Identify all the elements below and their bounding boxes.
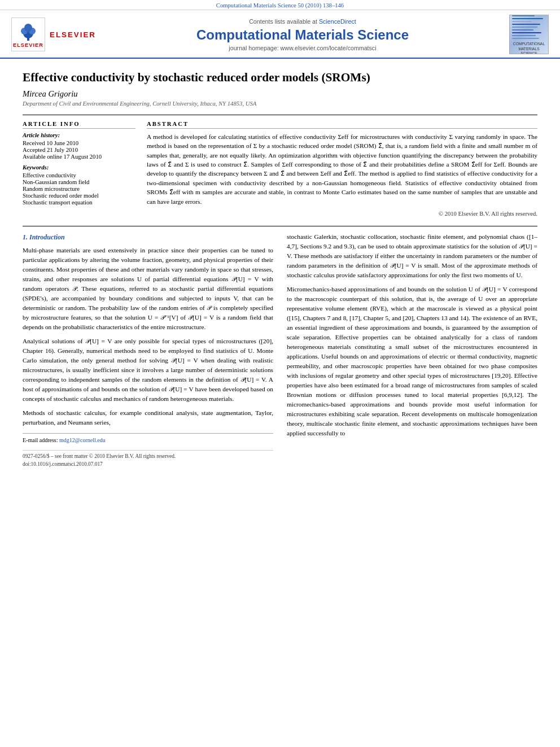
svg-point-4 [24, 24, 32, 32]
received-date: Received 10 June 2010 [23, 140, 135, 146]
article-affiliation: Department of Civil and Environmental En… [23, 101, 537, 107]
article-title: Effective conductivity by stochastic red… [23, 70, 537, 86]
keyword-5: Stochastic transport equation [23, 199, 135, 206]
abstract-column: ABSTRACT A method is developed for calcu… [147, 121, 537, 217]
keyword-1: Effective conductivity [23, 172, 135, 178]
journal-citation-bar: Computational Materials Science 50 (2010… [0, 0, 560, 10]
keywords-heading: Keywords: [23, 164, 135, 171]
doi-line: doi:10.1016/j.commatsci.2010.07.017 [23, 461, 273, 469]
article-info-heading: ARTICLE INFO [23, 121, 135, 129]
email-link[interactable]: mdg12@cornell.edu [59, 437, 106, 443]
elsevier-logo-box: ELSEVIER [11, 18, 45, 51]
intro-section-heading: 1. Introduction [23, 232, 273, 242]
keyword-2: Non-Gaussian random field [23, 179, 135, 185]
body-left-column: 1. Introduction Multi-phase materials ar… [23, 232, 273, 469]
article-author: Mircea Grigoriu [23, 89, 537, 99]
abstract-heading: ABSTRACT [147, 121, 537, 129]
email-label: E-mail address: [23, 437, 58, 443]
sciencedirect-link[interactable]: ScienceDirect [319, 18, 356, 25]
copyright-line: © 2010 Elsevier B.V. All rights reserved… [147, 211, 537, 217]
elsevier-text-wordmark: ELSEVIER [50, 30, 96, 39]
keywords-section: Keywords: Effective conductivity Non-Gau… [23, 164, 135, 206]
elsevier-wordmark: ELSEVIER [13, 42, 43, 48]
available-date: Available online 17 August 2010 [23, 154, 135, 160]
keyword-3: Random microstructure [23, 186, 135, 192]
intro-para-2: Analytical solutions of 𝒫[U] = V are onl… [23, 337, 273, 404]
footnote-area: E-mail address: mdg12@cornell.edu [23, 433, 273, 444]
abstract-text: A method is developed for calculating st… [147, 132, 537, 206]
article-history-label: Article history: [23, 132, 135, 138]
contents-available-line: Contents lists available at ScienceDirec… [96, 18, 509, 25]
journal-cover-thumbnail: COMPUTATIONALMATERIALSSCIENCE [509, 15, 549, 54]
journal-header: ELSEVIER ELSEVIER Contents lists availab… [0, 10, 560, 59]
journal-title-header: Computational Materials Science [96, 27, 509, 43]
intro-para-3: Methods of stochastic calculus, for exam… [23, 408, 273, 427]
section-divider [23, 226, 537, 226]
header-center: Contents lists available at ScienceDirec… [96, 18, 509, 51]
main-content: Effective conductivity by stochastic red… [0, 59, 560, 480]
article-meta-block: ARTICLE INFO Article history: Received 1… [23, 115, 537, 217]
journal-homepage-line: journal homepage: www.elsevier.com/locat… [96, 45, 509, 51]
accepted-date: Accepted 21 July 2010 [23, 147, 135, 153]
body-two-column: 1. Introduction Multi-phase materials ar… [23, 232, 537, 469]
elsevier-logo-area: ELSEVIER ELSEVIER [11, 18, 96, 51]
intro-para-1: Multi-phase materials are used extensive… [23, 246, 273, 332]
article-info-column: ARTICLE INFO Article history: Received 1… [23, 121, 135, 217]
elsevier-tree-icon [20, 21, 37, 41]
intro-right-para-2: Micromechanics-based approximations of a… [287, 285, 537, 438]
intro-right-para-1: stochastic Galerkin, stochastic collocat… [287, 232, 537, 280]
body-right-column: stochastic Galerkin, stochastic collocat… [287, 232, 537, 469]
issn-line: 0927-0256/$ – see front matter © 2010 El… [23, 453, 273, 461]
journal-citation-text: Computational Materials Science 50 (2010… [216, 2, 344, 8]
doi-area: 0927-0256/$ – see front matter © 2010 El… [23, 450, 273, 469]
keyword-4: Stochastic reduced order model [23, 193, 135, 199]
